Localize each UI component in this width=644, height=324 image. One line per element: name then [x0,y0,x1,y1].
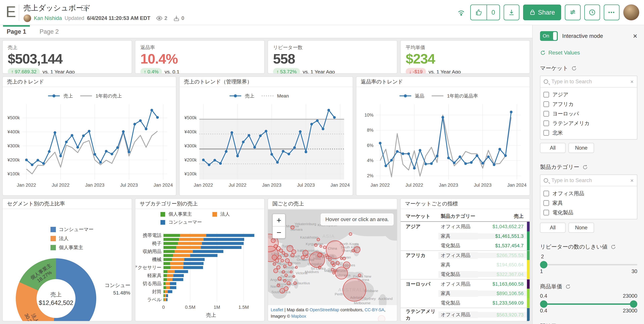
history-button[interactable] [584,4,600,20]
repeater-slider[interactable] [540,261,637,268]
table-row[interactable]: アフリカオフィス用品$266,755.53 [401,251,530,260]
checkbox-item[interactable]: アジア [544,90,637,99]
checkbox-item[interactable]: 電化製品 [544,208,637,217]
checkbox[interactable] [544,200,549,206]
author-name[interactable]: Kan Nishida [34,15,62,21]
return-rate-chart[interactable]: 2%4%6%8%10%Jan 2022Jul 2022Jan 2023Jul 2… [356,87,530,195]
attribution-link[interactable]: CC-BY-SA [364,308,384,312]
legend-item[interactable]: コンシューマー [50,226,94,233]
sales-bubble[interactable] [305,255,308,258]
sales-bubble[interactable] [317,238,320,241]
table-row[interactable]: 家具$890,106.56 [401,289,530,298]
sales-bubble[interactable] [358,274,361,277]
sales-bubble[interactable] [286,281,291,285]
refresh-icon[interactable] [565,284,571,290]
checkbox[interactable] [544,92,549,97]
refresh-icon[interactable] [582,164,588,170]
sales-bubble[interactable] [352,249,355,252]
like-button[interactable]: 0 [470,4,500,20]
legend-item[interactable]: 個人事業主 [50,244,94,251]
table-row[interactable]: 電化製品$1,233,569.09 [401,298,530,308]
checkbox[interactable] [544,120,549,126]
sales-bubble[interactable] [283,279,286,283]
subcategory-bar-chart[interactable]: 携帯電話椅子収納用品機械アクセサリー軽家具切る用品封筒ラベル00.5M1M1.5… [135,209,264,321]
reset-values-button[interactable]: Reset Values [540,50,637,56]
sales-bubble[interactable] [277,284,280,287]
checkbox-item[interactable]: アフリカ [544,99,637,109]
thumbs-up-icon[interactable] [471,5,486,20]
category-search[interactable]: Type in to Search × [540,175,637,186]
market-search[interactable]: Type in to Search × [540,76,637,87]
unit-price-range-slider[interactable] [540,300,637,308]
checkbox[interactable] [544,101,549,107]
sales-bubble[interactable] [292,275,295,278]
tab-page-1[interactable]: Page 1 [3,25,30,38]
range-handle-high[interactable] [630,300,637,308]
sales-bubble[interactable] [332,264,336,267]
interactive-mode-toggle[interactable]: On [540,31,558,41]
market-all-button[interactable]: All [540,143,566,153]
sales-bubble[interactable] [284,286,288,291]
sales-bubble[interactable] [354,246,360,253]
checkbox[interactable] [544,111,549,117]
parameters-button[interactable] [565,4,580,20]
country-sales-map[interactable]: RussiaMoscowYekaterinburgKrasnoyarskSama… [268,209,397,321]
sales-bubble[interactable] [288,262,292,266]
sales-bubble[interactable] [335,267,348,280]
table-row[interactable]: 電化製品$1,537,454.7 [401,241,530,251]
sales-bubble[interactable] [284,253,288,257]
segment-donut-chart[interactable]: コンシューマー法人個人事業主 売上 $12,642,502 個人事業主18.27… [3,209,132,321]
sales-bubble[interactable] [318,266,321,269]
checkbox-item[interactable]: ラテンアメリカ [544,118,637,128]
sales-trend-chart[interactable]: ¥100k¥200k¥300k¥400k¥500kJan 2022Jul 202… [3,87,176,195]
checkbox[interactable] [544,210,549,215]
sales-bubble[interactable] [284,274,288,277]
map-zoom-control[interactable]: + − [272,214,286,239]
sales-bubble[interactable] [293,282,297,285]
sales-bubble[interactable] [328,258,332,261]
table-row[interactable]: 電化製品$322,367.04 [401,270,530,279]
table-row[interactable]: ラテンアメリカオフィス用品$563,920.73 [401,308,530,317]
checkbox[interactable] [544,191,549,196]
checkbox-item[interactable]: 家具 [544,198,637,208]
sales-bubble[interactable] [320,245,322,248]
category-all-button[interactable]: All [540,223,566,233]
sales-bubble[interactable] [273,268,278,273]
checkbox-item[interactable]: ヨーロッパ [544,109,637,118]
share-button[interactable]: Share [523,4,561,20]
sales-bubble[interactable] [271,238,276,243]
sales-bubble[interactable] [280,259,284,262]
download-button[interactable] [504,4,520,20]
sales-bubble[interactable] [275,259,279,263]
market-none-button[interactable]: None [568,143,594,153]
sales-bubble[interactable] [278,277,282,281]
sales-bubble[interactable] [332,272,335,274]
edit-icon[interactable] [80,4,88,11]
sales-bubble[interactable] [326,240,344,259]
table-row[interactable]: ヨーロッパオフィス用品$1,163,660.58 [401,279,530,289]
refresh-icon[interactable] [610,244,616,250]
zoom-out-button[interactable]: − [273,226,285,238]
refresh-icon[interactable] [571,65,577,71]
sales-bubble[interactable] [290,271,292,273]
attribution-link[interactable]: Mapbox [291,314,306,319]
search-placeholder[interactable]: Type in to Search [552,177,630,183]
sales-bubble[interactable] [309,252,325,268]
sales-bubble[interactable] [278,255,282,259]
clear-search-icon[interactable]: × [630,78,634,85]
table-row[interactable]: 家具$1,461,551.3 [401,231,530,241]
legend-item[interactable]: 法人 [50,235,94,242]
sales-bubble[interactable] [282,270,285,274]
table-row[interactable]: アジアオフィス用品$1,043,652.27 [401,222,530,231]
category-none-button[interactable]: None [568,223,594,233]
tab-page-2[interactable]: Page 2 [36,25,62,38]
sales-bubble[interactable] [343,278,366,302]
sales-bubble[interactable] [314,243,318,247]
sales-bubble[interactable] [342,257,346,260]
user-avatar[interactable] [623,4,639,20]
sales-bubble[interactable] [283,265,286,268]
sales-bubble[interactable] [349,232,352,236]
close-icon[interactable]: × [633,32,637,40]
more-button[interactable]: ••• [604,4,620,20]
sales-bubble[interactable] [290,253,294,257]
